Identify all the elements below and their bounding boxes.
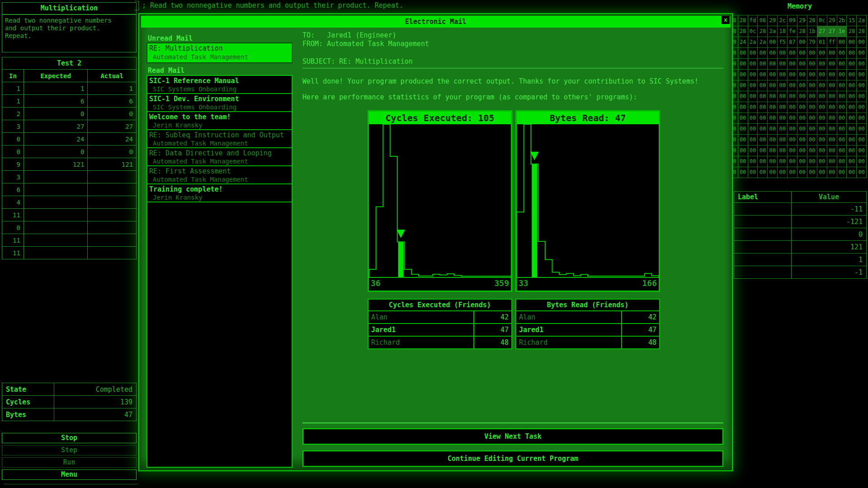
memory-cell: 29	[768, 15, 778, 26]
test-cell: 1	[88, 82, 137, 95]
variables-label-header: Label	[734, 192, 792, 203]
friends-table-cycles: Cycles Executed (Friends)Alan42Jared147R…	[368, 299, 512, 349]
mail-item[interactable]: RE: First AssessmentAutomated Task Manag…	[147, 166, 292, 184]
test-cell	[24, 234, 87, 247]
mail-item-sender: Automated Task Management	[149, 140, 290, 147]
memory-cell: 28	[847, 26, 857, 37]
memory-cell: 00	[807, 59, 817, 70]
test-cell	[88, 171, 137, 183]
stop-button[interactable]: Stop	[2, 433, 137, 443]
memory-cell: 00	[748, 102, 758, 113]
memory-cell: 00	[827, 91, 837, 102]
variable-row: 0	[734, 228, 867, 241]
memory-cell: 00	[768, 167, 778, 178]
memory-cell: 87	[788, 37, 797, 48]
test-cell: 4	[2, 196, 24, 209]
test-row: 11	[2, 247, 137, 259]
variable-label	[734, 241, 792, 253]
variable-row: 1	[734, 253, 867, 266]
test-cell	[24, 247, 87, 259]
friend-score: 48	[474, 336, 512, 349]
mail-item[interactable]: SIC-1 Dev. EnvironmentSIC Systems Onboar…	[147, 94, 292, 112]
friend-name: Alan	[368, 311, 474, 324]
test-cell: 0	[2, 221, 24, 234]
memory-cell: 00	[797, 167, 807, 178]
friends-table-title: Cycles Executed (Friends)	[368, 299, 512, 311]
test-cell: 24	[24, 133, 87, 145]
menu-button[interactable]: Menu	[2, 469, 137, 480]
memory-cell: 18	[778, 26, 788, 37]
memory-cell: 00	[778, 145, 788, 156]
continue-editing-button[interactable]: Continue Editing Current Program	[302, 450, 723, 467]
axis-max-label: 166	[642, 278, 657, 289]
mail-item-selected[interactable]: RE: Multiplication Automated Task Manage…	[146, 42, 292, 63]
memory-cell: 00	[847, 102, 857, 113]
histogram-bytes: Bytes Read: 4733166	[515, 110, 660, 292]
memory-cell: 00	[857, 113, 867, 124]
variable-row: -1	[734, 266, 867, 279]
memory-cell: 00	[748, 124, 758, 135]
test-cell: 1	[24, 82, 87, 95]
memory-cell: 00	[847, 156, 857, 167]
memory-cell: 00	[758, 59, 768, 70]
memory-cell: 00	[788, 113, 797, 124]
memory-cell: 00	[778, 135, 788, 145]
test-row: 4	[2, 196, 137, 209]
status-label: Cycles	[2, 396, 54, 408]
variables-table-body: LabelValue-11-12101211-1	[734, 192, 867, 279]
player-marker-arrow	[530, 152, 539, 160]
memory-cell: 00	[797, 156, 807, 167]
memory-cell: 00	[817, 102, 827, 113]
test-cell: 24	[88, 133, 137, 145]
variable-value: 0	[792, 228, 867, 241]
memory-cell: 24	[738, 37, 748, 48]
memory-cell: 00	[827, 48, 837, 59]
status-table-body: StateCompletedCycles139Bytes47	[2, 383, 137, 421]
mail-item[interactable]: SIC-1 Reference ManualSIC Systems Onboar…	[147, 76, 292, 94]
mail-item[interactable]: Training complete!Jerin Kransky	[147, 184, 292, 202]
memory-cell: 00	[768, 113, 778, 124]
test-row: 0	[2, 221, 137, 234]
mail-item-title: Welcome to the team!	[149, 113, 290, 122]
test-cell: 9	[2, 158, 24, 171]
memory-cell: 28	[738, 26, 748, 37]
mail-item[interactable]: Welcome to the team!Jerin Kransky	[147, 112, 292, 130]
memory-cell: 00	[768, 59, 778, 70]
memory-cell: 1b	[807, 26, 817, 37]
mail-to-line: TO: Jared1 (Engineer)	[302, 31, 396, 39]
axis-max-label: 359	[494, 278, 509, 289]
test-cell: 11	[2, 234, 24, 247]
status-value: 47	[54, 408, 137, 421]
memory-cell: 00	[768, 70, 778, 80]
memory-cell: fd	[748, 15, 758, 26]
memory-cell: 00	[748, 80, 758, 91]
test-cell: 3	[2, 120, 24, 133]
memory-cell: 00	[778, 113, 788, 124]
test-cell: 0	[2, 145, 24, 158]
memory-cell: 00	[847, 167, 857, 178]
memory-cell: 00	[797, 80, 807, 91]
mail-item[interactable]: RE: Data Directive and LoopingAutomated …	[147, 148, 292, 166]
view-next-task-button[interactable]: View Next Task	[302, 428, 723, 445]
variable-label	[734, 216, 792, 228]
variable-value: -11	[792, 203, 867, 216]
mail-body-line-2: Here are performance statistics of your …	[302, 93, 637, 101]
friend-score: 48	[622, 336, 660, 349]
memory-cell: 00	[788, 102, 797, 113]
memory-cell: 00	[778, 91, 788, 102]
test-table-column-header: In	[2, 70, 24, 82]
memory-cell: 29	[797, 15, 807, 26]
memory-cell: f5	[778, 37, 788, 48]
test-row: 166	[2, 95, 137, 108]
memory-cell: 00	[857, 37, 867, 48]
test-cell	[24, 196, 87, 209]
mail-item[interactable]: RE: Subleq Instruction and OutputAutomat…	[147, 130, 292, 148]
test-cell	[24, 183, 87, 196]
memory-cell: 00	[807, 167, 817, 178]
status-label: State	[2, 383, 54, 396]
variable-value: 121	[792, 241, 867, 253]
test-row: 6	[2, 183, 137, 196]
mail-item-title: RE: Multiplication	[149, 44, 290, 53]
variable-row: -11	[734, 203, 867, 216]
memory-cell: 00	[847, 48, 857, 59]
